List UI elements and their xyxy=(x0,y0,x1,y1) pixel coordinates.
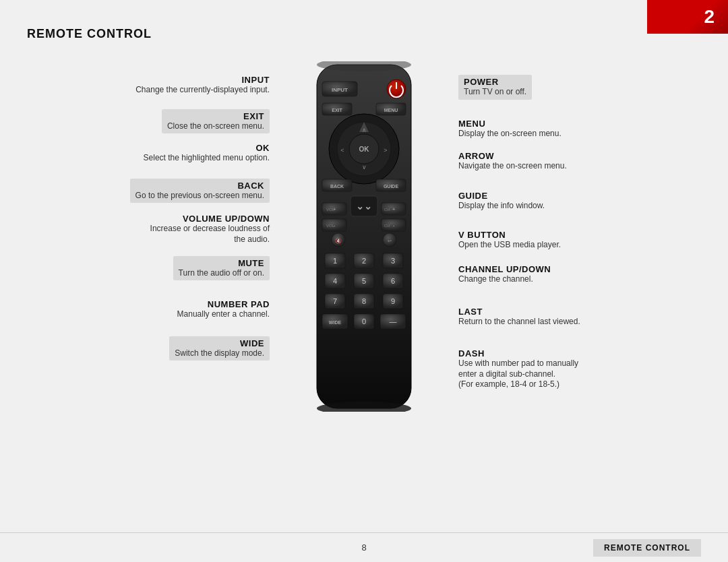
svg-text:9: 9 xyxy=(391,297,395,305)
svg-text:4: 4 xyxy=(333,277,337,285)
svg-text:>: > xyxy=(384,147,387,154)
svg-text:BACK: BACK xyxy=(330,184,344,189)
remote-image: INPUT EXIT MENU ∧ ∨ xyxy=(290,61,438,412)
svg-text:<: < xyxy=(340,147,344,154)
svg-text:2: 2 xyxy=(362,257,366,265)
page-number: 2 xyxy=(704,6,715,28)
svg-text:⌄⌄: ⌄⌄ xyxy=(356,201,372,212)
svg-text:CH: CH xyxy=(384,224,390,228)
label-arrow: ARROW Navigate the on-screen menu. xyxy=(458,151,567,172)
remote-layout: INPUT Change the currently-displayed inp… xyxy=(27,61,701,412)
right-labels: POWER Turn TV on or off. MENU Display th… xyxy=(438,61,661,394)
label-vbutton: V BUTTON Open the USB media player. xyxy=(458,230,561,251)
svg-text:VOL: VOL xyxy=(326,208,335,212)
main-content: 2 REMOTE CONTROL INPUT Change the curren… xyxy=(0,0,728,562)
svg-text:—: — xyxy=(390,317,397,325)
svg-text:0: 0 xyxy=(362,317,366,325)
label-ok: OK Select the highlighted menu option. xyxy=(144,143,270,164)
label-dash: DASH Use with number pad to manuallyente… xyxy=(458,348,578,390)
label-menu: MENU Display the on-screen menu. xyxy=(458,119,562,139)
label-guide: GUIDE Display the info window. xyxy=(458,191,545,212)
svg-text:7: 7 xyxy=(333,297,337,305)
svg-text:EXIT: EXIT xyxy=(332,108,342,113)
svg-text:↩: ↩ xyxy=(388,239,392,243)
svg-text:8: 8 xyxy=(362,297,366,305)
svg-text:6: 6 xyxy=(391,277,395,285)
label-number-pad: NUMBER PAD Manually enter a channel. xyxy=(177,299,270,320)
left-labels: INPUT Change the currently-displayed inp… xyxy=(67,61,290,365)
svg-text:-: - xyxy=(393,222,395,228)
label-exit: EXIT Close the on-screen menu. xyxy=(162,109,270,134)
bottom-section-label: REMOTE CONTROL xyxy=(593,539,701,557)
svg-text:+: + xyxy=(392,206,396,212)
svg-text:OK: OK xyxy=(359,146,370,153)
svg-text:GUIDE: GUIDE xyxy=(384,184,399,189)
label-wide: WIDE Switch the display mode. xyxy=(169,336,270,361)
label-input: INPUT Change the currently-displayed inp… xyxy=(135,75,270,96)
svg-text:5: 5 xyxy=(362,277,366,285)
label-back: BACK Go to the previous on-screen menu. xyxy=(130,179,270,204)
svg-text:🔇: 🔇 xyxy=(335,237,342,244)
label-last: LAST Return to the channel last viewed. xyxy=(458,307,580,327)
label-volume: VOLUME UP/DOWN Increase or decrease loud… xyxy=(150,214,270,245)
svg-text:INPUT: INPUT xyxy=(332,87,348,93)
svg-text:1: 1 xyxy=(333,257,337,265)
svg-text:3: 3 xyxy=(391,257,395,265)
label-channel: CHANNEL UP/DOWN Change the channel. xyxy=(458,264,551,285)
svg-text:VOL: VOL xyxy=(326,224,335,228)
page-number-bar: 2 xyxy=(647,0,728,34)
svg-text:∧: ∧ xyxy=(362,127,367,133)
svg-text:WIDE: WIDE xyxy=(329,320,342,325)
section-title: REMOTE CONTROL xyxy=(27,27,701,41)
label-mute: MUTE Turn the audio off or on. xyxy=(173,256,270,281)
svg-text:CH: CH xyxy=(384,208,390,212)
svg-text:MENU: MENU xyxy=(384,108,398,113)
bottom-bar: 8 REMOTE CONTROL xyxy=(0,532,728,562)
label-power: POWER Turn TV on or off. xyxy=(458,75,532,100)
svg-text:∨: ∨ xyxy=(362,164,367,170)
